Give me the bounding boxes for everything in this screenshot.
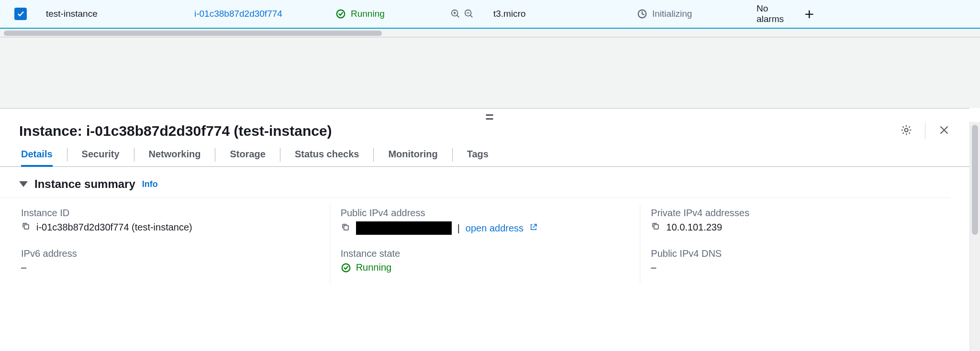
instance-state-value: Running (356, 262, 392, 273)
public-dns-label: Public IPv4 DNS (651, 248, 941, 259)
instance-id-label: Instance ID (21, 208, 320, 219)
ipv6-value: – (21, 262, 26, 273)
add-alarm-button[interactable]: + (804, 6, 814, 22)
instance-id-value: i-01c38b87d2d30f774 (test-instance) (36, 222, 192, 233)
zoom-controls (450, 9, 474, 19)
scrollbar-thumb[interactable] (972, 125, 978, 235)
instance-table-row[interactable]: test-instance i-01c38b87d2d30f774 Runnin… (0, 0, 980, 29)
copy-public-ip-button[interactable] (341, 222, 350, 234)
tab-tags[interactable]: Tags (453, 143, 503, 166)
public-ipv4-label: Public IPv4 address (341, 208, 631, 219)
instance-state-text: Running (351, 9, 385, 19)
tab-status-checks[interactable]: Status checks (280, 143, 374, 166)
cell-public-ipv4: Public IPv4 address | open address (330, 205, 640, 245)
tab-networking[interactable]: Networking (134, 143, 215, 166)
zoom-in-icon[interactable] (450, 9, 461, 19)
split-gap (0, 37, 980, 108)
divider (925, 123, 925, 139)
panel-title: Instance: i-01c38b87d2d30f774 (test-inst… (19, 123, 332, 139)
scrollbar-thumb[interactable] (4, 31, 382, 36)
copy-icon (341, 222, 350, 232)
public-dns-value: – (651, 262, 656, 273)
row-checkbox[interactable] (14, 8, 27, 20)
instance-name: test-instance (46, 9, 175, 19)
cell-private-ipv4: Private IPv4 addresses 10.0.101.239 (640, 205, 950, 245)
external-link-icon (529, 223, 538, 234)
tab-details[interactable]: Details (7, 143, 67, 166)
svg-rect-5 (24, 225, 29, 229)
alarm-cell: No alarms + (757, 3, 814, 24)
gear-icon (900, 124, 913, 136)
instance-details-panel: Instance: i-01c38b87d2d30f774 (test-inst… (0, 108, 969, 288)
instance-type: t3.micro (493, 9, 618, 19)
instance-state-label: Instance state (341, 248, 631, 259)
clock-icon (637, 9, 647, 19)
close-icon (938, 124, 950, 136)
tab-monitoring[interactable]: Monitoring (374, 143, 452, 166)
vertical-scrollbar[interactable] (969, 122, 980, 351)
panel-drag-handle[interactable]: = (485, 110, 495, 124)
ipv6-label: IPv6 address (21, 248, 320, 259)
close-panel-button[interactable] (938, 124, 950, 139)
info-link[interactable]: Info (142, 179, 158, 189)
copy-instance-id-button[interactable] (21, 221, 31, 233)
caret-down-icon (19, 181, 28, 187)
check-circle-icon (341, 263, 351, 273)
instance-id-link[interactable]: i-01c38b87d2d30f774 (194, 9, 316, 19)
panel-tabs: Details Security Networking Storage Stat… (0, 143, 969, 167)
svg-rect-7 (654, 225, 658, 229)
horizontal-scrollbar[interactable] (0, 29, 980, 37)
instance-summary-grid: Instance ID i-01c38b87d2d30f774 (test-in… (0, 198, 969, 284)
instance-state: Running (335, 9, 431, 19)
copy-private-ip-button[interactable] (651, 221, 660, 233)
instance-summary-header[interactable]: Instance summary Info (0, 167, 950, 198)
private-ipv4-label: Private IPv4 addresses (651, 208, 941, 219)
cell-instance-id: Instance ID i-01c38b87d2d30f774 (test-in… (19, 205, 330, 245)
svg-point-4 (905, 128, 908, 132)
private-ipv4-value: 10.0.101.239 (666, 222, 722, 233)
tab-security[interactable]: Security (67, 143, 134, 166)
copy-icon (21, 221, 31, 231)
tab-storage[interactable]: Storage (215, 143, 279, 166)
alarm-text: No alarms (757, 3, 795, 24)
cell-instance-state: Instance state Running (330, 245, 640, 284)
zoom-out-icon[interactable] (464, 9, 474, 19)
cell-ipv6: IPv6 address – (19, 245, 330, 284)
settings-button[interactable] (900, 124, 913, 139)
public-ipv4-value-redacted (356, 221, 452, 235)
check-circle-icon (335, 9, 346, 19)
copy-icon (651, 221, 660, 231)
section-title: Instance summary (34, 177, 135, 191)
cell-public-dns: Public IPv4 DNS – (640, 245, 950, 284)
status-check-text: Initializing (652, 9, 692, 19)
status-check: Initializing (637, 9, 737, 19)
open-address-link[interactable]: open address (466, 223, 523, 234)
svg-rect-6 (344, 225, 348, 230)
pipe: | (457, 223, 460, 234)
